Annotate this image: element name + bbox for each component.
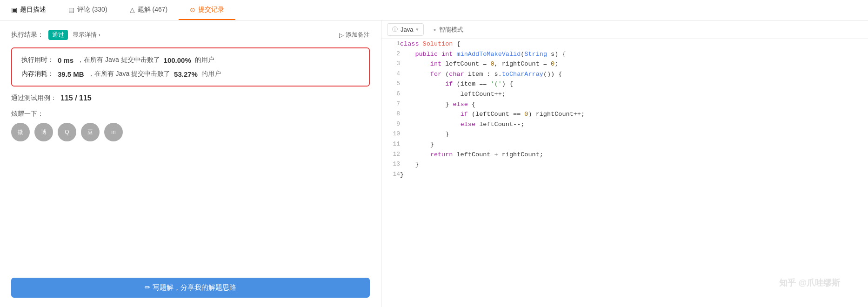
- app-container: ▣ 题目描述 ▤ 评论 (330) △ 题解 (467) ⊙ 提交记录 执行结果…: [0, 0, 868, 307]
- line-number: 9: [381, 120, 400, 130]
- tab-comments-label: 评论 (330): [77, 6, 107, 14]
- code-table: 1class Solution {2 public int minAddToMa…: [381, 39, 868, 180]
- line-number: 7: [381, 100, 400, 110]
- smart-mode-dot: ●: [433, 27, 436, 32]
- line-number: 13: [381, 160, 400, 170]
- add-note-btn[interactable]: ▷ 添加备注: [339, 31, 370, 39]
- share-weibo-btn[interactable]: 博: [34, 123, 53, 141]
- comments-icon: ▤: [68, 6, 74, 13]
- time-stat-row: 执行用时： 0 ms ，在所有 Java 提交中击败了 100.00% 的用户: [21, 56, 360, 64]
- table-row: 6 leftCount++;: [381, 89, 868, 100]
- test-cases-value: 115 / 115: [60, 94, 92, 102]
- table-row: 11 }: [381, 140, 868, 150]
- smart-mode-indicator: ● 智能模式: [433, 26, 463, 34]
- table-row: 14}: [381, 170, 868, 180]
- time-percent: 100.00%: [164, 56, 191, 64]
- code-line: } else {: [400, 100, 868, 110]
- code-line: }: [400, 170, 868, 180]
- main-split: 执行结果： 通过 显示详情 › ▷ 添加备注 执行用时： 0 ms ，在所有 J…: [0, 20, 868, 307]
- smart-mode-label: 智能模式: [439, 26, 463, 34]
- write-solution-button[interactable]: ✏ 写题解，分享我的解题思路: [11, 278, 370, 298]
- tab-solutions[interactable]: △ 题解 (467): [119, 0, 179, 20]
- editor-toolbar: ⓘ Java ▾ ● 智能模式: [381, 20, 868, 39]
- memory-text1: ，在所有 Java 提交中击败了: [88, 70, 170, 78]
- share-linkedin-btn[interactable]: in: [104, 123, 123, 141]
- test-cases-label: 通过测试用例：: [11, 94, 57, 102]
- code-line: if (item == '(') {: [400, 79, 868, 89]
- code-line: else leftCount--;: [400, 120, 868, 130]
- share-douban-btn[interactable]: 豆: [81, 123, 100, 141]
- table-row: 5 if (item == '(') {: [381, 79, 868, 89]
- tab-bar: ▣ 题目描述 ▤ 评论 (330) △ 题解 (467) ⊙ 提交记录: [0, 0, 868, 20]
- pass-badge: 通过: [48, 30, 68, 40]
- code-line: class Solution {: [400, 39, 868, 49]
- code-editor[interactable]: 1class Solution {2 public int minAddToMa…: [381, 39, 868, 307]
- right-panel: ⓘ Java ▾ ● 智能模式 1class Solution {2 publi…: [381, 20, 868, 307]
- line-number: 8: [381, 109, 400, 120]
- submissions-icon: ⊙: [190, 6, 195, 13]
- memory-text2: 的用户: [201, 70, 221, 78]
- memory-label: 内存消耗：: [21, 70, 54, 78]
- code-line: public int minAddToMakeValid(String s) {: [400, 49, 868, 60]
- table-row: 13 }: [381, 160, 868, 170]
- language-label: Java: [401, 26, 413, 33]
- solutions-icon: △: [130, 6, 135, 13]
- table-row: 2 public int minAddToMakeValid(String s)…: [381, 49, 868, 60]
- lang-info-icon: ⓘ: [392, 26, 398, 33]
- line-number: 4: [381, 69, 400, 80]
- memory-stat-row: 内存消耗： 39.5 MB ，在所有 Java 提交中击败了 53.27% 的用…: [21, 70, 360, 78]
- code-line: for (char item : s.toCharArray()) {: [400, 69, 868, 80]
- test-cases-row: 通过测试用例： 115 / 115: [11, 94, 370, 102]
- exec-result-row: 执行结果： 通过 显示详情 › ▷ 添加备注: [11, 30, 370, 40]
- language-selector[interactable]: ⓘ Java ▾: [387, 23, 424, 36]
- table-row: 4 for (char item : s.toCharArray()) {: [381, 69, 868, 80]
- code-line: return leftCount + rightCount;: [400, 150, 868, 160]
- memory-percent: 53.27%: [174, 70, 198, 78]
- table-row: 7 } else {: [381, 100, 868, 110]
- table-row: 1class Solution {: [381, 39, 868, 49]
- time-text2: 的用户: [195, 56, 214, 64]
- line-number: 14: [381, 170, 400, 180]
- table-row: 3 int leftCount = 0, rightCount = 0;: [381, 59, 868, 69]
- chevron-down-icon: ▾: [416, 27, 419, 33]
- table-row: 8 if (leftCount == 0) rightCount++;: [381, 109, 868, 120]
- memory-value: 39.5 MB: [58, 70, 84, 78]
- code-line: }: [400, 129, 868, 140]
- share-icons: 微 博 Q 豆 in: [11, 123, 370, 141]
- tab-submissions-label: 提交记录: [198, 6, 224, 14]
- add-note-label: 添加备注: [346, 31, 370, 39]
- code-line: }: [400, 140, 868, 150]
- table-row: 12 return leftCount + rightCount;: [381, 150, 868, 160]
- tab-description[interactable]: ▣ 题目描述: [0, 0, 57, 20]
- line-number: 5: [381, 79, 400, 89]
- share-section: 炫耀一下： 微 博 Q 豆 in: [11, 110, 370, 141]
- tab-submissions[interactable]: ⊙ 提交记录: [179, 0, 235, 20]
- code-line: }: [400, 160, 868, 170]
- share-label: 炫耀一下：: [11, 110, 370, 118]
- detail-link[interactable]: 显示详情 ›: [73, 31, 100, 39]
- line-number: 10: [381, 129, 400, 140]
- tab-description-label: 题目描述: [20, 6, 46, 14]
- add-note-icon: ▷: [339, 32, 344, 39]
- description-icon: ▣: [11, 6, 17, 13]
- line-number: 11: [381, 140, 400, 150]
- share-qq-btn[interactable]: Q: [58, 123, 76, 141]
- line-number: 2: [381, 49, 400, 60]
- left-panel: 执行结果： 通过 显示详情 › ▷ 添加备注 执行用时： 0 ms ，在所有 J…: [0, 20, 381, 307]
- stats-box: 执行用时： 0 ms ，在所有 Java 提交中击败了 100.00% 的用户 …: [11, 47, 370, 87]
- tab-comments[interactable]: ▤ 评论 (330): [57, 0, 119, 20]
- time-label: 执行用时：: [21, 56, 54, 64]
- line-number: 12: [381, 150, 400, 160]
- time-value: 0 ms: [58, 56, 73, 64]
- tab-solutions-label: 题解 (467): [138, 6, 168, 14]
- line-number: 3: [381, 59, 400, 69]
- exec-label: 执行结果：: [11, 31, 44, 39]
- table-row: 9 else leftCount--;: [381, 120, 868, 130]
- line-number: 6: [381, 89, 400, 100]
- line-number: 1: [381, 39, 400, 49]
- share-wechat-btn[interactable]: 微: [11, 123, 30, 141]
- code-line: int leftCount = 0, rightCount = 0;: [400, 59, 868, 69]
- code-line: if (leftCount == 0) rightCount++;: [400, 109, 868, 120]
- code-line: leftCount++;: [400, 89, 868, 100]
- table-row: 10 }: [381, 129, 868, 140]
